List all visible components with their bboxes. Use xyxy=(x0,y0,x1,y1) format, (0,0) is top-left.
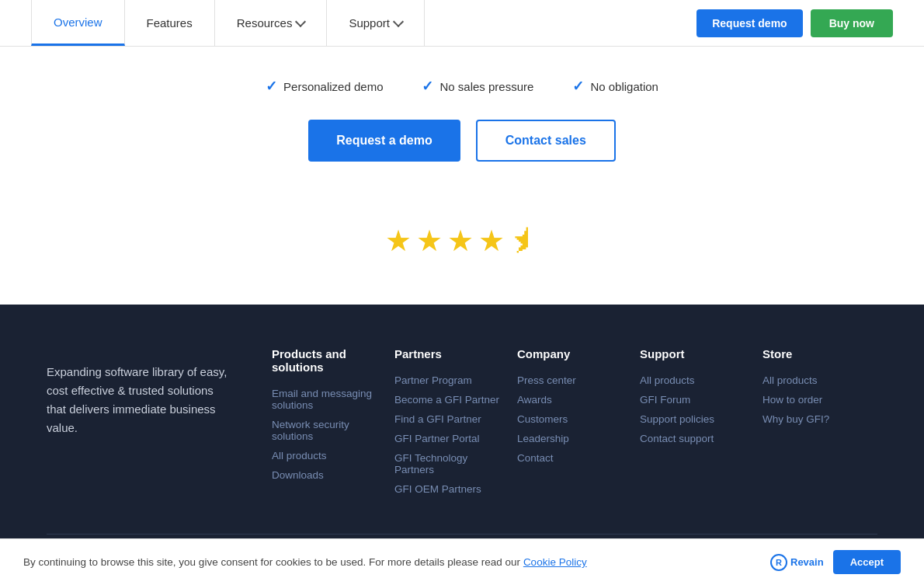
footer-col-company: Company Press center Awards Customers Le… xyxy=(509,347,632,503)
checkmark-icon-3: ✓ xyxy=(572,78,584,95)
star-5-half: ⯨ xyxy=(509,225,539,258)
footer-col-company-title: Company xyxy=(517,347,624,360)
tab-overview[interactable]: Overview xyxy=(31,0,125,46)
footer-link-leadership[interactable]: Leadership xyxy=(517,433,624,444)
footer-link-gfi-partner-portal[interactable]: GFI Partner Portal xyxy=(394,433,502,444)
revain-logo-icon: R xyxy=(770,554,787,571)
footer-link-support-policies[interactable]: Support policies xyxy=(640,413,747,425)
footer-link-email-messaging[interactable]: Email and messaging solutions xyxy=(272,388,379,411)
footer-col-products-title: Products and solutions xyxy=(272,347,379,374)
revain-logo: R Revain xyxy=(770,554,824,571)
footer-link-find-gfi-partner[interactable]: Find a GFI Partner xyxy=(394,413,502,425)
cookie-right: R Revain Accept xyxy=(770,550,901,574)
check-item-3: ✓ No obligation xyxy=(572,78,658,95)
footer-link-downloads[interactable]: Downloads xyxy=(272,469,379,481)
footer-col-partners-title: Partners xyxy=(394,347,502,360)
hero-buttons: Request a demo Contact sales xyxy=(308,120,616,162)
tab-features[interactable]: Features xyxy=(125,0,215,46)
footer-link-partner-program[interactable]: Partner Program xyxy=(394,374,502,386)
footer-col-support: Support All products GFI Forum Support p… xyxy=(632,347,755,503)
request-demo-cta-button[interactable]: Request a demo xyxy=(308,120,460,162)
footer-brand-text: Expanding software library of easy, cost… xyxy=(47,363,233,437)
request-demo-button[interactable]: Request demo xyxy=(696,9,802,37)
star-2: ★ xyxy=(416,224,443,258)
cookie-policy-link[interactable]: Cookie Policy xyxy=(523,556,587,568)
check-label-2: No sales pressure xyxy=(439,80,533,93)
footer-link-all-products-store[interactable]: All products xyxy=(762,374,870,386)
cookie-accept-button[interactable]: Accept xyxy=(833,550,901,574)
footer-col-store: Store All products How to order Why buy … xyxy=(755,347,877,503)
cookie-banner: By continuing to browse this site, you g… xyxy=(0,538,924,585)
footer-brand: Expanding software library of easy, cost… xyxy=(47,347,264,503)
tab-overview-label: Overview xyxy=(54,16,102,29)
revain-label: Revain xyxy=(790,556,824,568)
footer-link-press-center[interactable]: Press center xyxy=(517,374,624,386)
hero-checks: ✓ Personalized demo ✓ No sales pressure … xyxy=(266,78,658,95)
footer-col-support-title: Support xyxy=(640,347,747,360)
footer-link-customers[interactable]: Customers xyxy=(517,413,624,425)
footer-link-network-security[interactable]: Network security solutions xyxy=(272,419,379,442)
footer-link-gfi-tech-partners[interactable]: GFI Technology Partners xyxy=(394,452,502,475)
footer-link-why-buy-gfi[interactable]: Why buy GFI? xyxy=(762,413,870,425)
tab-support-label: Support xyxy=(349,16,390,30)
footer-col-store-title: Store xyxy=(762,347,870,360)
footer-link-all-products-products[interactable]: All products xyxy=(272,450,379,461)
footer-link-gfi-forum[interactable]: GFI Forum xyxy=(640,394,747,406)
footer-link-how-to-order[interactable]: How to order xyxy=(762,394,870,406)
star-1: ★ xyxy=(385,224,412,258)
star-4: ★ xyxy=(478,224,505,258)
check-label-3: No obligation xyxy=(590,80,658,93)
tab-features-label: Features xyxy=(147,16,193,30)
nav-actions: Request demo Buy now xyxy=(696,9,893,37)
tab-resources-label: Resources xyxy=(237,16,293,30)
footer-inner: Expanding software library of easy, cost… xyxy=(47,347,877,503)
check-item-2: ✓ No sales pressure xyxy=(422,78,533,95)
hero-section: ✓ Personalized demo ✓ No sales pressure … xyxy=(0,47,924,185)
tab-resources[interactable]: Resources xyxy=(215,0,328,46)
checkmark-icon-2: ✓ xyxy=(422,78,433,95)
footer-link-awards[interactable]: Awards xyxy=(517,394,624,406)
star-3: ★ xyxy=(447,224,474,258)
footer-link-gfi-oem-partners[interactable]: GFI OEM Partners xyxy=(394,483,502,495)
cookie-text: By continuing to browse this site, you g… xyxy=(23,556,587,568)
footer-cols: Products and solutions Email and messagi… xyxy=(264,347,877,503)
footer-link-all-products-support[interactable]: All products xyxy=(640,374,747,386)
footer-link-contact-company[interactable]: Contact xyxy=(517,452,624,464)
navbar: Overview Features Resources Support Requ… xyxy=(0,0,924,47)
contact-sales-button[interactable]: Contact sales xyxy=(476,120,616,162)
footer-link-contact-support[interactable]: Contact support xyxy=(640,433,747,444)
footer-link-become-gfi-partner[interactable]: Become a GFI Partner xyxy=(394,394,502,406)
buy-now-button[interactable]: Buy now xyxy=(811,9,893,37)
tab-support[interactable]: Support xyxy=(327,0,425,46)
nav-tabs: Overview Features Resources Support xyxy=(31,0,425,46)
footer-col-partners: Partners Partner Program Become a GFI Pa… xyxy=(387,347,509,503)
footer-col-products: Products and solutions Email and messagi… xyxy=(264,347,387,503)
support-chevron-icon xyxy=(393,16,404,26)
check-label-1: Personalized demo xyxy=(283,80,383,93)
resources-chevron-icon xyxy=(295,16,306,26)
stars-section: ★ ★ ★ ★ ⯨ xyxy=(0,185,924,305)
checkmark-icon-1: ✓ xyxy=(266,78,277,95)
check-item-1: ✓ Personalized demo xyxy=(266,78,383,95)
